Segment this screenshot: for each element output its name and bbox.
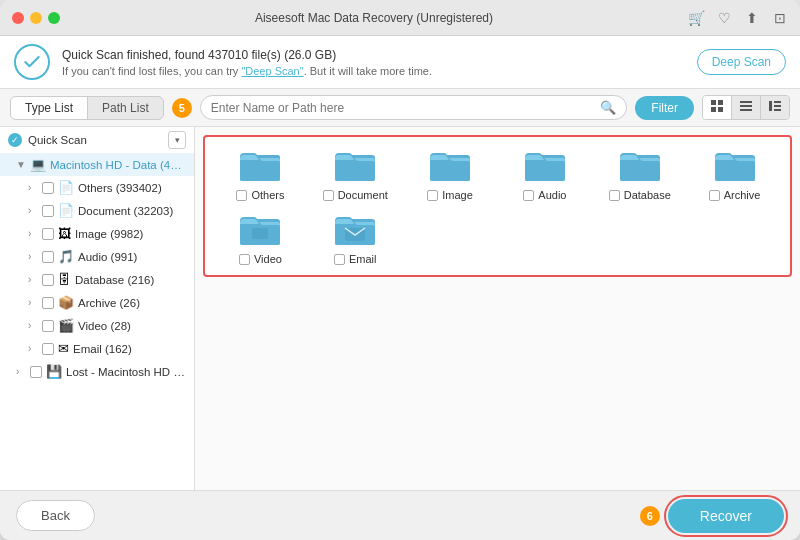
archive-checkbox[interactable] (42, 297, 54, 309)
sidebar-item-drive[interactable]: ▼ 💻 Macintosh HD - Data (437010 (0, 153, 194, 176)
archive-item-bottom: Archive (709, 189, 761, 201)
others-checkbox[interactable] (42, 182, 54, 194)
image-file-checkbox[interactable] (427, 190, 438, 201)
list-view-button[interactable] (732, 96, 761, 119)
search-input[interactable] (211, 101, 595, 115)
others-icon: 📄 (58, 180, 74, 195)
sidebar-item-image[interactable]: › 🖼 Image (9982) (0, 222, 194, 245)
sidebar-item-archive[interactable]: › 📦 Archive (26) (0, 291, 194, 314)
main-content: Quick Scan ▾ ▼ 💻 Macintosh HD - Data (43… (0, 127, 800, 490)
file-item-email[interactable]: Email (310, 211, 401, 265)
app-window: Aiseesoft Mac Data Recovery (Unregistere… (0, 0, 800, 540)
document-checkbox[interactable] (42, 205, 54, 217)
window-icon[interactable]: ⊡ (772, 10, 788, 26)
svg-rect-2 (711, 107, 716, 112)
grid-view-button[interactable] (703, 96, 732, 119)
sidebar-item-others[interactable]: › 📄 Others (393402) (0, 176, 194, 199)
file-grid-row2: Video (215, 211, 780, 265)
sidebar-item-lost[interactable]: › 💾 Lost - Macintosh HD - Data (0 (0, 360, 194, 383)
video-folder-icon (238, 211, 282, 247)
recover-button[interactable]: Recover (668, 499, 784, 533)
others-label: Others (393402) (78, 182, 186, 194)
archive-file-checkbox[interactable] (709, 190, 720, 201)
database-file-label: Database (624, 189, 671, 201)
audio-label: Audio (991) (78, 251, 186, 263)
others-file-checkbox[interactable] (236, 190, 247, 201)
others-file-label: Others (251, 189, 284, 201)
step6-badge: 6 (640, 506, 660, 526)
svg-rect-5 (740, 105, 752, 107)
tab-path-list[interactable]: Path List (88, 97, 163, 119)
search-icon: 🔍 (600, 100, 616, 115)
tab-group: Type List Path List (10, 96, 164, 120)
toolbar: Type List Path List 5 🔍 Filter (0, 89, 800, 127)
audio-folder-icon (523, 147, 567, 183)
email-item-bottom: Email (334, 253, 377, 265)
file-item-image[interactable]: Image (405, 147, 496, 201)
database-label: Database (216) (75, 274, 186, 286)
sidebar-item-document[interactable]: › 📄 Document (32203) (0, 199, 194, 222)
email-file-checkbox[interactable] (334, 254, 345, 265)
deep-scan-link[interactable]: "Deep Scan" (241, 65, 303, 77)
file-item-audio[interactable]: Audio (500, 147, 591, 201)
expand-arrow-icon: › (28, 297, 38, 308)
file-grid-row1: Others (215, 147, 780, 201)
expand-arrow-icon: › (28, 205, 38, 216)
deep-scan-button[interactable]: Deep Scan (697, 49, 786, 75)
svg-rect-26 (252, 228, 268, 239)
image-checkbox[interactable] (42, 228, 54, 240)
database-checkbox[interactable] (42, 274, 54, 286)
status-text: Quick Scan finished, found 437010 file(s… (62, 48, 685, 77)
cart-icon[interactable]: 🛒 (688, 10, 704, 26)
file-item-document[interactable]: Document (310, 147, 401, 201)
detail-view-button[interactable] (761, 96, 789, 119)
sidebar-item-audio[interactable]: › 🎵 Audio (991) (0, 245, 194, 268)
drive-label: Macintosh HD - Data (437010 (50, 159, 186, 171)
minimize-button[interactable] (30, 12, 42, 24)
file-item-others[interactable]: Others (215, 147, 306, 201)
quick-scan-row[interactable]: Quick Scan ▾ (0, 127, 194, 153)
document-icon: 📄 (58, 203, 74, 218)
filter-button[interactable]: Filter (635, 96, 694, 120)
status-check-icon (14, 44, 50, 80)
svg-rect-7 (769, 101, 772, 111)
document-file-checkbox[interactable] (323, 190, 334, 201)
fullscreen-button[interactable] (48, 12, 60, 24)
quick-scan-label: Quick Scan (28, 134, 162, 146)
lost-label: Lost - Macintosh HD - Data (0 (66, 366, 186, 378)
expand-arrow-icon: › (28, 274, 38, 285)
back-button[interactable]: Back (16, 500, 95, 531)
audio-file-label: Audio (538, 189, 566, 201)
scan-dropdown-button[interactable]: ▾ (168, 131, 186, 149)
image-file-label: Image (442, 189, 473, 201)
step5-badge: 5 (172, 98, 192, 118)
video-file-checkbox[interactable] (239, 254, 250, 265)
file-item-archive[interactable]: Archive (689, 147, 780, 201)
document-folder-icon (333, 147, 377, 183)
sidebar-item-database[interactable]: › 🗄 Database (216) (0, 268, 194, 291)
database-item-bottom: Database (609, 189, 671, 201)
email-checkbox[interactable] (42, 343, 54, 355)
file-area: Others (195, 127, 800, 490)
lost-checkbox[interactable] (30, 366, 42, 378)
share-icon[interactable]: ⬆ (744, 10, 760, 26)
close-button[interactable] (12, 12, 24, 24)
tab-type-list[interactable]: Type List (11, 97, 87, 119)
archive-icon: 📦 (58, 295, 74, 310)
video-checkbox[interactable] (42, 320, 54, 332)
video-label: Video (28) (78, 320, 186, 332)
svg-rect-1 (718, 100, 723, 105)
user-icon[interactable]: ♡ (716, 10, 732, 26)
audio-checkbox[interactable] (42, 251, 54, 263)
audio-file-checkbox[interactable] (523, 190, 534, 201)
sidebar-item-video[interactable]: › 🎬 Video (28) (0, 314, 194, 337)
svg-rect-6 (740, 109, 752, 111)
traffic-lights (12, 12, 60, 24)
svg-rect-0 (711, 100, 716, 105)
file-item-database[interactable]: Database (594, 147, 685, 201)
svg-rect-4 (740, 101, 752, 103)
database-file-checkbox[interactable] (609, 190, 620, 201)
audio-item-bottom: Audio (523, 189, 566, 201)
sidebar-item-email[interactable]: › ✉ Email (162) (0, 337, 194, 360)
file-item-video[interactable]: Video (215, 211, 306, 265)
